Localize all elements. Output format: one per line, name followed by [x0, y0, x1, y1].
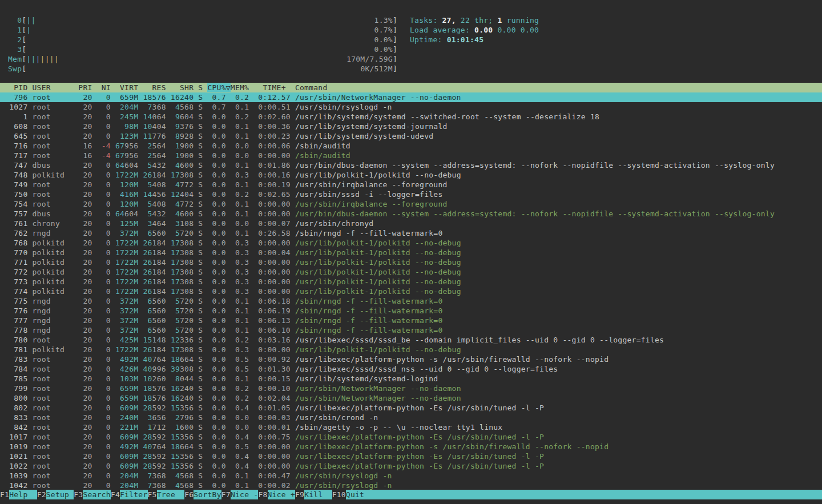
process-command: /usr/sbin/NetworkManager --no-daemon: [291, 394, 461, 402]
process-command: /usr/lib/systemd/systemd-journald: [291, 122, 448, 131]
fn-action-quit[interactable]: Quit: [346, 490, 822, 499]
process-table: 796 root 20 0 659M 18576 16240 S 0.7 0.2…: [0, 92, 822, 490]
process-row[interactable]: 776 rngd 20 0 372M 6560 5720 S 0.0 0.1 0…: [0, 306, 822, 316]
process-row[interactable]: 1039 root 20 0 204M 7368 4568 S 0.0 0.1 …: [0, 471, 822, 481]
meter-bar: |||||||: [26, 54, 59, 64]
process-row[interactable]: 771 polkitd 20 0 1722M 26184 17308 S 0.0…: [0, 257, 822, 267]
fn-action-help[interactable]: Help: [9, 490, 37, 499]
process-command: /sbin/agetty -o -p -- \u --noclear tty1 …: [291, 423, 503, 432]
fn-action-kill[interactable]: Kill: [304, 490, 332, 499]
process-row[interactable]: 749 root 20 0 120M 5408 4772 S 0.0 0.1 0…: [0, 180, 822, 189]
selected-process-row[interactable]: 796 root 20 0 659M 18576 16240 S 0.7 0.2…: [0, 92, 822, 102]
cpu0-meter: 0[||1.3%]: [8, 15, 397, 25]
process-command: /usr/lib/systemd/systemd --switched-root…: [291, 112, 599, 121]
process-row[interactable]: 608 root 20 0 98M 10404 9376 S 0.0 0.1 0…: [0, 122, 822, 131]
process-row[interactable]: 716 root 16 -4 67956 2564 1900 S 0.0 0.0…: [0, 141, 822, 151]
sort-column-cpu[interactable]: CPU%▽: [207, 83, 230, 92]
process-command: /sbin/rngd -f --fill-watermark=0: [291, 307, 443, 315]
process-command: /usr/sbin/rsyslogd -n: [291, 471, 392, 480]
fn-key-f2[interactable]: F2: [37, 490, 46, 499]
process-row[interactable]: 757 dbus 20 0 64604 5432 4600 S 0.0 0.1 …: [0, 209, 822, 219]
process-row[interactable]: 750 root 20 0 416M 14456 12404 S 0.0 0.2…: [0, 189, 822, 199]
process-command: /usr/libexec/sssd/sssd_be --domain impli…: [291, 336, 664, 344]
process-row[interactable]: 778 rngd 20 0 372M 6560 5720 S 0.0 0.1 0…: [0, 325, 822, 335]
meter-bar: ||: [26, 15, 35, 25]
cpu1-meter: 1[|0.7%]: [8, 25, 397, 35]
process-row[interactable]: 842 root 20 0 221M 1712 1600 S 0.0 0.0 0…: [0, 422, 822, 432]
process-row[interactable]: 1019 root 20 0 492M 40764 18664 S 0.0 0.…: [0, 442, 822, 451]
process-row[interactable]: 784 root 20 0 426M 40996 39308 S 0.0 0.5…: [0, 364, 822, 374]
fn-key-f7[interactable]: F7: [221, 490, 231, 499]
info-panel: Tasks: 27, 22 thr; 1 runningLoad average…: [410, 15, 539, 45]
process-row[interactable]: 774 polkitd 20 0 1722M 26184 17308 S 0.0…: [0, 287, 822, 296]
fn-key-f10[interactable]: F10: [332, 490, 346, 499]
process-row[interactable]: 799 root 20 0 659M 18576 16240 S 0.0 0.2…: [0, 384, 822, 393]
load-average: Load average: 0.00 0.00 0.00: [410, 25, 539, 35]
process-command: /usr/sbin/chronyd: [291, 219, 373, 228]
fn-key-f1[interactable]: F1: [0, 490, 9, 499]
process-row[interactable]: 762 rngd 20 0 372M 6560 5720 S 0.0 0.1 0…: [0, 228, 822, 238]
process-row[interactable]: 1042 root 20 0 204M 7368 4568 S 0.0 0.1 …: [0, 481, 822, 490]
fn-action-tree[interactable]: Tree: [157, 490, 184, 499]
process-command: /usr/sbin/irqbalance --foreground: [291, 180, 448, 189]
meter-bar: |: [26, 25, 31, 35]
fn-key-f5[interactable]: F5: [148, 490, 157, 499]
process-row[interactable]: 775 rngd 20 0 372M 6560 5720 S 0.0 0.1 0…: [0, 296, 822, 306]
fn-key-f4[interactable]: F4: [111, 490, 120, 499]
process-row[interactable]: 781 polkitd 20 0 1722M 26184 17308 S 0.0…: [0, 345, 822, 354]
process-row[interactable]: 754 root 20 0 120M 5408 4772 S 0.0 0.1 0…: [0, 199, 822, 209]
process-row[interactable]: 1021 root 20 0 609M 28592 15356 S 0.0 0.…: [0, 451, 822, 461]
process-command: /usr/lib/polkit-1/polkitd --no-debug: [291, 239, 461, 247]
process-row[interactable]: 773 polkitd 20 0 1722M 26184 17308 S 0.0…: [0, 277, 822, 287]
fn-key-f3[interactable]: F3: [74, 490, 83, 499]
tasks-summary: Tasks: 27, 22 thr; 1 running: [410, 15, 539, 25]
column-headers[interactable]: PID USER PRI NI VIRT RES SHR S CPU%▽MEM%…: [0, 83, 822, 92]
process-row[interactable]: 1017 root 20 0 609M 28592 15356 S 0.0 0.…: [0, 432, 822, 442]
function-key-bar: F1Help F2Setup F3SearchF4FilterF5Tree F6…: [0, 490, 822, 499]
process-row[interactable]: 1022 root 20 0 609M 28592 15356 S 0.0 0.…: [0, 461, 822, 471]
process-row[interactable]: 770 polkitd 20 0 1722M 26184 17308 S 0.0…: [0, 248, 822, 257]
process-row[interactable]: 748 polkitd 20 0 1722M 26184 17308 S 0.0…: [0, 170, 822, 180]
cpu2-meter: 2[0.0%]: [8, 35, 397, 45]
process-command: /sbin/rngd -f --fill-watermark=0: [291, 297, 443, 305]
fn-action-nice-[interactable]: Nice +: [268, 490, 295, 499]
cpu3-meter: 3[0.0%]: [8, 45, 397, 54]
fn-key-f8[interactable]: F8: [258, 490, 267, 499]
process-row[interactable]: 768 polkitd 20 0 1722M 26184 17308 S 0.0…: [0, 238, 822, 248]
process-row[interactable]: 1 root 20 0 245M 14064 9604 S 0.0 0.2 0:…: [0, 112, 822, 122]
mem-meter: Mem[|||||||170M/7.59G]: [8, 54, 397, 64]
process-command: /usr/lib/polkit-1/polkitd --no-debug: [291, 268, 461, 276]
process-command: /usr/libexec/platform-python -Es /usr/sb…: [291, 452, 544, 461]
fn-action-setup[interactable]: Setup: [46, 490, 74, 499]
process-row[interactable]: 780 root 20 0 425M 15148 12336 S 0.0 0.2…: [0, 335, 822, 345]
fn-key-f9[interactable]: F9: [295, 490, 304, 499]
process-row[interactable]: 777 rngd 20 0 372M 6560 5720 S 0.0 0.1 0…: [0, 316, 822, 325]
uptime: Uptime: 01:01:45: [410, 35, 539, 45]
process-row[interactable]: 802 root 20 0 609M 28592 15356 S 0.0 0.4…: [0, 403, 822, 413]
process-row[interactable]: 761 chrony 20 0 125M 3464 3108 S 0.0 0.0…: [0, 219, 822, 228]
process-row[interactable]: 717 root 16 -4 67956 2564 1900 S 0.0 0.0…: [0, 151, 822, 160]
process-row[interactable]: 1027 root 20 0 204M 7368 4568 S 0.7 0.1 …: [0, 102, 822, 112]
process-command: /usr/libexec/platform-python -s /usr/sbi…: [291, 355, 609, 364]
fn-action-sortby[interactable]: SortBy: [194, 490, 221, 499]
process-command: /sbin/auditd: [291, 142, 350, 150]
fn-action-nice-[interactable]: Nice -: [231, 490, 258, 499]
fn-action-filter[interactable]: Filter: [120, 490, 147, 499]
process-row[interactable]: 783 root 20 0 492M 40764 18664 S 0.0 0.5…: [0, 354, 822, 364]
process-row[interactable]: 833 root 20 0 240M 3656 2796 S 0.0 0.0 0…: [0, 413, 822, 422]
process-table-header[interactable]: PID USER PRI NI VIRT RES SHR S CPU%▽MEM%…: [0, 83, 822, 92]
fn-action-search[interactable]: Search: [83, 490, 110, 499]
process-row[interactable]: 645 root 20 0 123M 11776 8928 S 0.0 0.1 …: [0, 131, 822, 141]
process-command: /usr/bin/dbus-daemon --system --address=…: [291, 161, 775, 170]
process-row[interactable]: 772 polkitd 20 0 1722M 26184 17308 S 0.0…: [0, 267, 822, 277]
process-row[interactable]: 800 root 20 0 659M 18576 16240 S 0.0 0.2…: [0, 393, 822, 403]
process-command: /sbin/rngd -f --fill-watermark=0: [291, 229, 443, 237]
process-row[interactable]: 785 root 20 0 103M 10260 8044 S 0.0 0.1 …: [0, 374, 822, 384]
htop-terminal: 0[||1.3%] 1[|0.7%] 2[0.0%] 3[0.0%]Mem[||…: [0, 0, 822, 504]
process-row[interactable]: 747 dbus 20 0 64604 5432 4600 S 0.0 0.1 …: [0, 160, 822, 170]
fn-key-f6[interactable]: F6: [184, 490, 194, 499]
process-command: /usr/sbin/rsyslogd -n: [291, 481, 392, 490]
process-command: /usr/lib/polkit-1/polkitd --no-debug: [291, 287, 461, 296]
process-command: /usr/lib/polkit-1/polkitd --no-debug: [291, 171, 461, 179]
process-command: /sbin/rngd -f --fill-watermark=0: [291, 316, 443, 325]
